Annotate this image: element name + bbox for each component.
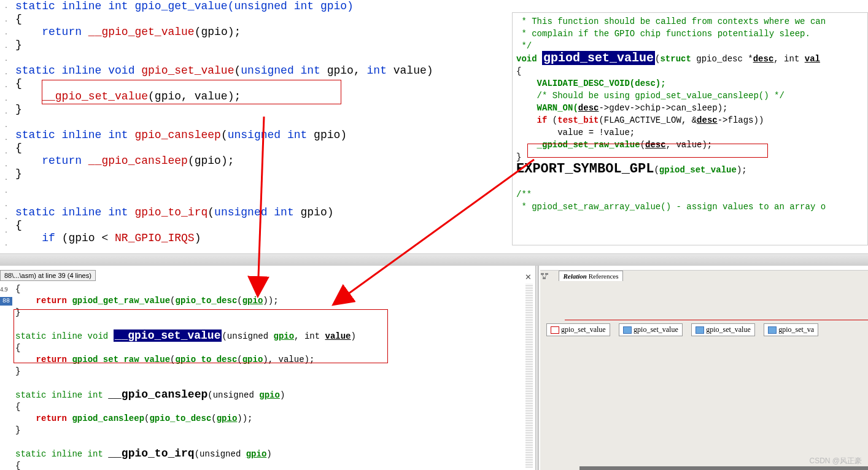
reference-item[interactable]: gpio_set_value	[546, 323, 610, 336]
relation-pane: Relation References gpio_set_value gpio_…	[540, 270, 868, 470]
svg-rect-1	[545, 273, 548, 275]
editor-top-left[interactable]: static inline int gpio_get_value(unsigne…	[15, 0, 513, 252]
reference-item[interactable]: gpio_set_value	[691, 323, 755, 336]
svg-rect-0	[541, 273, 544, 275]
code-line: static inline int gpio_get_value(unsigne…	[15, 0, 354, 12]
relation-icon	[540, 272, 549, 280]
highlight-box-2	[527, 144, 768, 158]
reference-icon	[551, 326, 559, 334]
highlight-box-3	[14, 309, 388, 363]
relation-tab[interactable]: Relation References	[559, 271, 622, 281]
reference-icon	[696, 326, 704, 334]
highlight-box-1	[42, 80, 341, 104]
reference-icon	[623, 326, 632, 334]
close-icon[interactable]: ✕	[525, 272, 532, 282]
relation-connector-line	[565, 320, 868, 320]
reference-icon	[768, 326, 777, 334]
svg-rect-2	[543, 277, 546, 279]
watermark: CSDN @风正豪	[809, 456, 862, 466]
reference-item[interactable]: gpio_set_value	[619, 323, 683, 336]
pane-divider-horizontal[interactable]	[0, 253, 868, 266]
editor-top-right[interactable]: * This function should be called from co…	[512, 12, 868, 245]
svg-line-3	[542, 275, 544, 277]
gutter: ...................	[0, 0, 12, 252]
file-tab[interactable]: 88\...\asm) at line 39 (4 lines)	[0, 270, 96, 281]
highlighted-symbol: gpiod_set_value	[542, 51, 655, 65]
reference-item[interactable]: gpio_set_va	[764, 323, 818, 336]
line-marker-88: 88	[0, 297, 12, 306]
line-marker-49: 4.9	[0, 286, 8, 293]
references-row: gpio_set_value gpio_set_value gpio_set_v…	[546, 323, 822, 336]
svg-line-4	[545, 275, 546, 277]
scrollbar-horizontal[interactable]	[579, 466, 868, 470]
minimap[interactable]	[525, 283, 533, 468]
pane-divider-vertical[interactable]	[535, 266, 539, 470]
tab-bar: 88\...\asm) at line 39 (4 lines)	[0, 270, 96, 285]
